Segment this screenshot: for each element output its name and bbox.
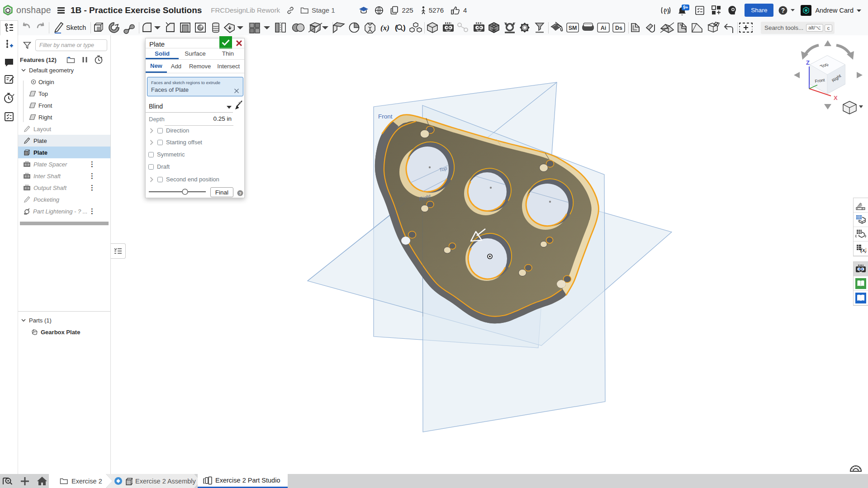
svg-text:SM: SM (569, 25, 577, 31)
svg-text:(x): (x) (380, 24, 389, 32)
svg-text:Front: Front (378, 113, 393, 120)
svg-text:Ai: Ai (601, 25, 607, 31)
svg-text:): ) (403, 24, 406, 32)
svg-text:Z: Z (806, 59, 810, 66)
svg-text:(x): (x) (860, 246, 866, 253)
svg-text:Ds: Ds (615, 25, 622, 31)
svg-text:X: X (834, 95, 838, 101)
svg-text:?: ? (781, 7, 785, 14)
svg-text:?: ? (239, 191, 242, 196)
